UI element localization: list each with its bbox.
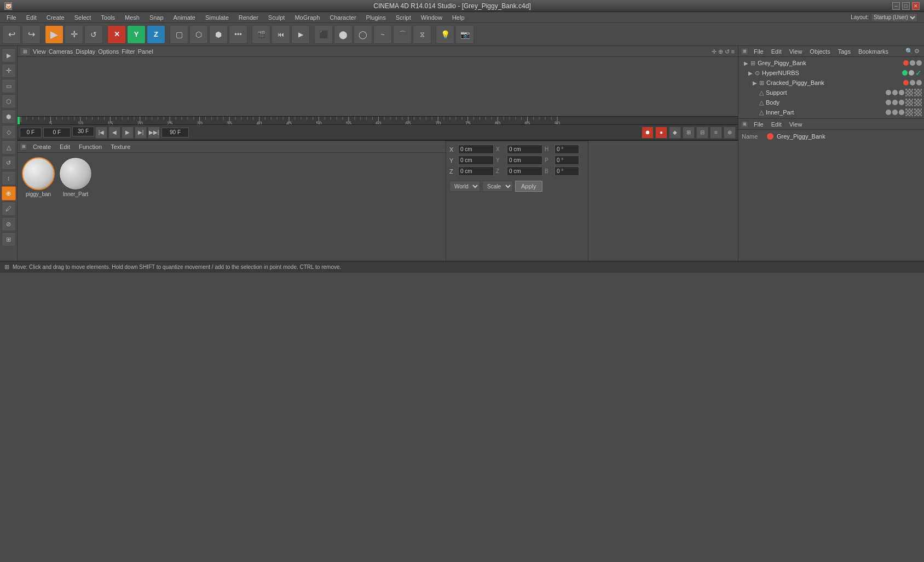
vp-menu-filter[interactable]: Filter bbox=[122, 48, 135, 55]
minimize-button[interactable]: – bbox=[892, 2, 900, 10]
tool-live-select[interactable]: ✛ bbox=[2, 64, 16, 78]
menu-mograph[interactable]: MoGraph bbox=[290, 13, 324, 22]
z-pos-input[interactable] bbox=[458, 167, 494, 176]
attr-menu-file[interactable]: File bbox=[752, 121, 766, 128]
tool-scale[interactable]: ↕ bbox=[2, 171, 16, 185]
tl-play-reverse-button[interactable]: |◀ bbox=[95, 127, 107, 139]
menu-mesh[interactable]: Mesh bbox=[120, 13, 144, 22]
maximize-button[interactable]: □ bbox=[902, 2, 910, 10]
x-rot-input[interactable] bbox=[507, 145, 542, 154]
viewport-area[interactable]: ⊞ View Cameras Display Options Filter Pa… bbox=[18, 46, 738, 116]
obj-menu-view[interactable]: View bbox=[787, 48, 805, 55]
vp-icon-rot[interactable]: ↺ bbox=[725, 48, 730, 55]
attr-menu-view[interactable]: View bbox=[787, 121, 805, 128]
tb-X-button[interactable]: ✕ bbox=[107, 25, 126, 44]
viewport-corner-icons[interactable]: ✛ ⊕ ↺ ≡ bbox=[712, 48, 735, 55]
tool-edge[interactable]: ⬢ bbox=[2, 110, 16, 124]
menu-window[interactable]: Window bbox=[417, 13, 447, 22]
redo-button[interactable]: ↪ bbox=[22, 25, 41, 44]
menu-animate[interactable]: Animate bbox=[169, 13, 200, 22]
menu-file[interactable]: File bbox=[2, 13, 21, 22]
obj-menu-tags[interactable]: Tags bbox=[836, 48, 853, 55]
obj-menu-file[interactable]: File bbox=[752, 48, 766, 55]
mat-menu-edit[interactable]: Edit bbox=[56, 143, 73, 151]
menu-tools[interactable]: Tools bbox=[96, 13, 119, 22]
tool-polygon[interactable]: ⬡ bbox=[2, 94, 16, 108]
win-controls[interactable]: 🐷 bbox=[4, 2, 12, 10]
vp-icon-move[interactable]: ✛ bbox=[712, 48, 717, 55]
tl-auto-key-button[interactable]: ● bbox=[655, 127, 667, 139]
mat-menu-function[interactable]: Function bbox=[76, 143, 105, 151]
b-input[interactable] bbox=[555, 167, 579, 176]
menu-edit[interactable]: Edit bbox=[22, 13, 41, 22]
cube-tool-button[interactable]: ⬛ bbox=[314, 25, 333, 44]
mode-dropdown[interactable]: Scale bbox=[482, 181, 513, 192]
tl-step-back-button[interactable]: ◀ bbox=[108, 127, 120, 139]
menu-create[interactable]: Create bbox=[42, 13, 69, 22]
apply-button[interactable]: Apply bbox=[515, 181, 542, 192]
tl-motion-button[interactable]: ⊞ bbox=[683, 127, 695, 139]
tl-key-button[interactable]: ◆ bbox=[669, 127, 681, 139]
mat-toggle[interactable]: ⊞ bbox=[20, 143, 27, 151]
menu-select[interactable]: Select bbox=[70, 13, 96, 22]
cylinder-tool-button[interactable]: ◯ bbox=[354, 25, 372, 44]
tree-item-grey-piggy[interactable]: ▶ ⊞ Grey_Piggy_Bank bbox=[740, 58, 923, 68]
render-button[interactable]: ▶ bbox=[291, 25, 310, 44]
attr-menu-edit[interactable]: Edit bbox=[769, 121, 784, 128]
p-input[interactable] bbox=[555, 156, 579, 165]
current-frame-input[interactable] bbox=[20, 128, 42, 137]
menu-character[interactable]: Character bbox=[325, 13, 360, 22]
viewport-toggle[interactable]: ⊞ bbox=[20, 47, 31, 56]
light-button[interactable]: 💡 bbox=[436, 25, 454, 44]
tool-select[interactable]: ▶ bbox=[2, 48, 16, 62]
h-input[interactable] bbox=[555, 145, 579, 154]
nurbs-tool-button[interactable]: ⌒ bbox=[393, 25, 412, 44]
obj-menu-bookmarks[interactable]: Bookmarks bbox=[856, 48, 891, 55]
z-rot-input[interactable] bbox=[507, 167, 542, 176]
tool-point[interactable]: ◇ bbox=[2, 125, 16, 139]
menu-sculpt[interactable]: Sculpt bbox=[264, 13, 290, 22]
menu-script[interactable]: Script bbox=[391, 13, 415, 22]
vp-menu-view[interactable]: View bbox=[33, 48, 46, 55]
x-pos-input[interactable] bbox=[458, 145, 494, 154]
tool-paint[interactable]: 🖊 bbox=[2, 202, 16, 216]
tl-extra-button[interactable]: ≡ bbox=[710, 127, 722, 139]
tb-Z-button[interactable]: Z bbox=[147, 25, 165, 44]
tree-item-cracked[interactable]: ▶ ⊞ Cracked_Piggy_Bank bbox=[740, 78, 923, 88]
coord-system-dropdown[interactable]: World bbox=[449, 181, 480, 192]
tool-rotate[interactable]: ↺ bbox=[2, 156, 16, 170]
tool-magnet[interactable]: ⊘ bbox=[2, 217, 16, 231]
tool-move[interactable]: ⊕ bbox=[2, 186, 16, 200]
point-mode-button[interactable]: ••• bbox=[229, 25, 247, 44]
vp-menu-cameras[interactable]: Cameras bbox=[49, 48, 73, 55]
material-item-inner[interactable]: Inner_Part bbox=[58, 156, 93, 198]
mat-menu-create[interactable]: Create bbox=[30, 143, 54, 151]
tool-knife[interactable]: ⊞ bbox=[2, 232, 16, 246]
render-preview-button[interactable]: 🎬 bbox=[252, 25, 270, 44]
layout-selector[interactable]: Startup (User) bbox=[871, 13, 917, 22]
sphere-tool-button[interactable]: ⬤ bbox=[334, 25, 353, 44]
end-frame-input[interactable] bbox=[161, 128, 189, 137]
object-mode-button[interactable]: ▢ bbox=[170, 25, 188, 44]
y-rot-input[interactable] bbox=[507, 156, 542, 165]
close-button[interactable]: ✕ bbox=[912, 2, 920, 10]
menu-simulate[interactable]: Simulate bbox=[201, 13, 233, 22]
vp-menu-panel[interactable]: Panel bbox=[138, 48, 153, 55]
rotate-tool-button[interactable]: ↺ bbox=[84, 25, 103, 44]
tl-goto-end-button[interactable]: ▶▶| bbox=[148, 127, 160, 139]
obj-menu-objects[interactable]: Objects bbox=[807, 48, 832, 55]
vp-icon-zoom[interactable]: ⊕ bbox=[718, 48, 723, 55]
gear-icon[interactable]: ⚙ bbox=[914, 48, 920, 55]
tl-play-button[interactable]: ▶ bbox=[122, 127, 134, 139]
scale-tool-button[interactable]: ✛ bbox=[65, 25, 83, 44]
tree-item-body[interactable]: △ Body bbox=[740, 98, 923, 107]
tool-triangle[interactable]: △ bbox=[2, 140, 16, 154]
material-item-piggy[interactable]: piggy_ban bbox=[21, 156, 56, 198]
polygon-mode-button[interactable]: ⬡ bbox=[189, 25, 208, 44]
menu-plugins[interactable]: Plugins bbox=[362, 13, 390, 22]
move-tool-button[interactable]: ▶ bbox=[45, 25, 63, 44]
menu-snap[interactable]: Snap bbox=[145, 13, 168, 22]
undo-button[interactable]: ↩ bbox=[2, 25, 21, 44]
window-controls[interactable]: – □ ✕ bbox=[892, 2, 920, 10]
spline-tool-button[interactable]: ~ bbox=[373, 25, 392, 44]
